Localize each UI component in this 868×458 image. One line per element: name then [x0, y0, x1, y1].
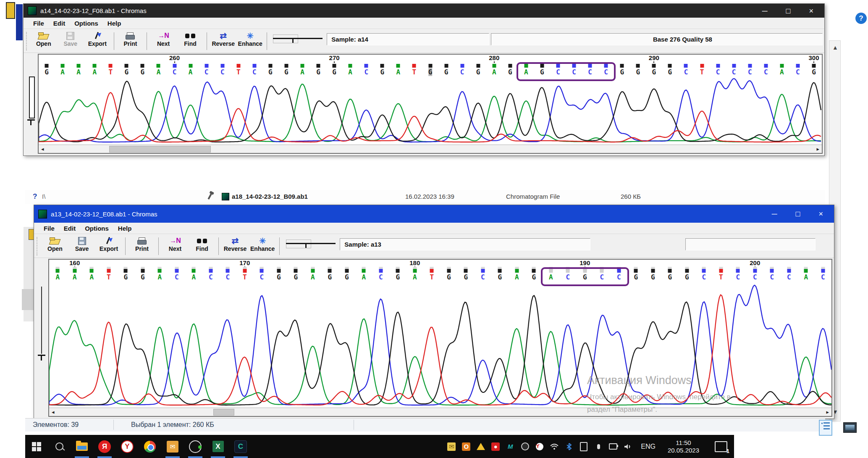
base-call[interactable]: C [736, 273, 740, 281]
menu-file[interactable]: File [29, 20, 49, 27]
scroll-right-icon[interactable]: ▸ [816, 146, 819, 152]
taskbar-chrome-button[interactable] [139, 435, 161, 458]
zoom-slider-handle[interactable] [292, 38, 294, 43]
open-button[interactable]: Open [30, 30, 57, 52]
reverse-button[interactable]: ⇄Reverse [222, 235, 249, 257]
y-scale-handle[interactable] [27, 119, 35, 126]
base-call[interactable]: C [764, 68, 768, 76]
base-call[interactable]: C [220, 68, 225, 76]
save-button[interactable]: Save [68, 235, 95, 257]
taskbar-yandex-browser-button[interactable]: Y [116, 435, 139, 458]
base-call[interactable]: T [108, 68, 113, 76]
horizontal-scrollbar[interactable]: ◂ ▸ [39, 145, 822, 153]
taskbar-excel-button[interactable]: X [207, 435, 229, 458]
base-call[interactable]: G [668, 273, 672, 281]
base-call[interactable]: G [668, 68, 672, 76]
base-call[interactable]: G [652, 68, 656, 76]
base-call[interactable]: A [157, 68, 161, 76]
base-call[interactable]: G [636, 68, 640, 76]
base-call[interactable]: G [380, 68, 384, 76]
menu-help[interactable]: Help [103, 20, 126, 27]
base-call[interactable]: C [173, 68, 177, 76]
base-call[interactable]: A [413, 273, 417, 281]
chromatogram-panel[interactable]: 260270280290300GAAATGGACACCTCGGAGGACGATG… [38, 54, 823, 154]
base-call[interactable]: G [476, 68, 480, 76]
base-call[interactable]: T [700, 68, 704, 76]
base-call[interactable]: A [76, 68, 81, 76]
menu-options[interactable]: Options [70, 20, 103, 27]
base-call[interactable]: C [753, 273, 757, 281]
base-call[interactable]: G [444, 68, 448, 76]
start-button[interactable] [25, 435, 48, 458]
taskbar-yandex-button[interactable]: Я [93, 435, 116, 458]
details-view-icon[interactable] [819, 420, 832, 436]
base-call[interactable]: G [268, 68, 273, 76]
base-call[interactable]: T [430, 273, 434, 281]
open-button[interactable]: Open [42, 235, 68, 257]
enhance-button[interactable]: ✳Enhance [237, 30, 264, 52]
base-call[interactable]: A [515, 273, 519, 281]
tray-red-app-icon[interactable]: ● [491, 442, 500, 451]
base-call[interactable]: G [634, 273, 638, 281]
base-call[interactable]: G [345, 273, 349, 281]
base-call[interactable]: A [73, 273, 77, 281]
notification-center-icon[interactable]: 1 [715, 441, 727, 452]
base-call[interactable]: G [141, 68, 145, 76]
y-scale-thumb[interactable] [29, 76, 35, 118]
base-call[interactable]: G [508, 68, 512, 76]
base-call[interactable]: G [396, 273, 400, 281]
base-call[interactable]: G [294, 273, 298, 281]
tray-yandex-icon[interactable]: Y [535, 442, 544, 451]
tray-o-app-icon[interactable]: O [462, 442, 470, 451]
base-call[interactable]: A [92, 68, 97, 76]
zoom-slider[interactable] [286, 239, 336, 249]
base-call[interactable]: C [684, 68, 688, 76]
taskbar-skype-button[interactable] [184, 435, 207, 458]
menu-file[interactable]: File [39, 225, 59, 232]
base-call[interactable]: C [787, 273, 791, 281]
base-call[interactable]: A [89, 273, 94, 281]
base-call[interactable]: C [821, 273, 825, 281]
scroll-left-icon[interactable]: ◂ [41, 146, 44, 152]
maximize-button[interactable]: □ [796, 210, 800, 218]
menu-edit[interactable]: Edit [59, 225, 80, 232]
tray-mail-icon[interactable]: ✉ [447, 442, 456, 451]
y-scale-handle[interactable] [38, 355, 45, 361]
print-button[interactable]: Print [128, 235, 155, 257]
export-button[interactable]: Export [84, 30, 111, 52]
explorer-file-row[interactable]: ? I\ a18_14-02-23-12_B09.ab1 16.02.2023 … [25, 190, 825, 204]
find-button[interactable]: Find [177, 30, 204, 52]
battery-icon[interactable] [609, 442, 617, 451]
y-scale-slider[interactable] [24, 54, 38, 154]
base-call[interactable]: T [236, 68, 241, 76]
scroll-left-icon[interactable]: ◂ [52, 409, 55, 415]
base-call[interactable]: A [396, 68, 401, 76]
wifi-icon[interactable] [550, 442, 559, 451]
file-name[interactable]: a18_14-02-23-12_B09.ab1 [232, 193, 308, 200]
title-bar[interactable]: a13_14-02-23-12_E08.ab1 - Chromas ─ □ × [34, 205, 834, 223]
base-call[interactable]: G [125, 68, 129, 76]
base-call[interactable]: C [748, 68, 752, 76]
base-call[interactable]: A [157, 273, 162, 281]
minimize-button[interactable]: ─ [772, 210, 777, 218]
taskbar-clock[interactable]: 11:50 20.05.2023 [668, 439, 699, 454]
base-call[interactable]: A [189, 68, 193, 76]
y-scale-slider[interactable] [35, 259, 48, 417]
export-button[interactable]: Export [95, 235, 122, 257]
enhance-button[interactable]: ✳Enhance [249, 235, 276, 257]
base-call[interactable]: C [226, 273, 230, 281]
base-call[interactable]: T [412, 68, 417, 76]
find-button[interactable]: Find [189, 235, 215, 257]
base-call[interactable]: G [464, 273, 468, 281]
base-call[interactable]: A [311, 273, 315, 281]
base-call[interactable]: A [300, 68, 304, 76]
menu-help[interactable]: Help [113, 225, 136, 232]
base-call[interactable]: G [277, 273, 281, 281]
base-call[interactable]: C [205, 68, 209, 76]
bluetooth-icon[interactable] [565, 442, 573, 451]
base-call[interactable]: G [328, 273, 332, 281]
base-call[interactable]: G [447, 273, 451, 281]
base-call[interactable]: A [60, 68, 65, 76]
taskbar-explorer-button[interactable] [71, 435, 93, 458]
base-call[interactable]: G [812, 68, 816, 76]
